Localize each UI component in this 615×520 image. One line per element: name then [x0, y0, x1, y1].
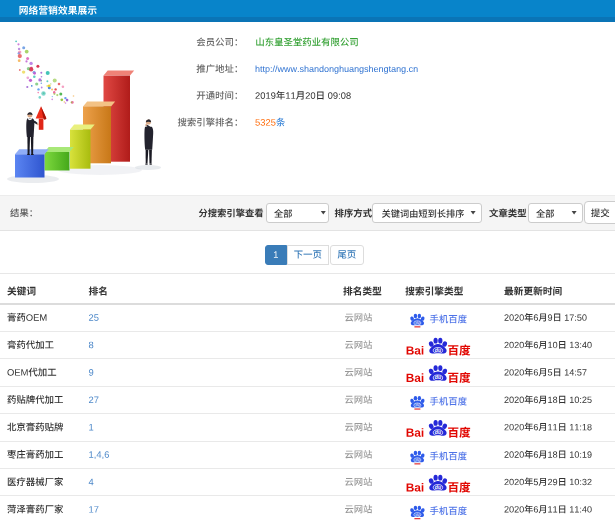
svg-text:du: du	[435, 347, 442, 353]
svg-text:du: du	[435, 429, 442, 435]
svg-text:du: du	[435, 484, 442, 490]
svg-text:du: du	[435, 374, 442, 380]
